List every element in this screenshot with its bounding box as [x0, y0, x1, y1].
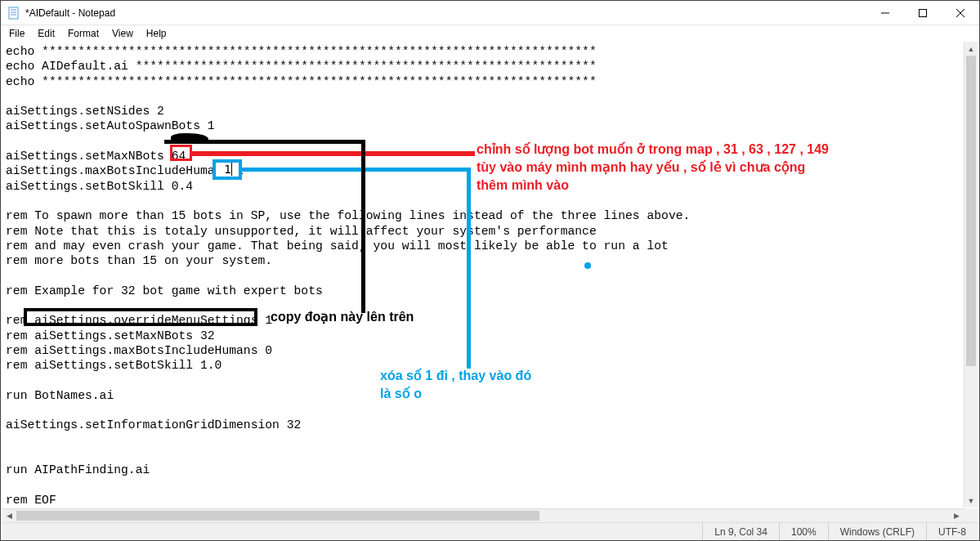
window-controls [866, 1, 979, 25]
horizontal-scrollbar[interactable]: ◀ ▶ [2, 508, 964, 522]
editor-area: echo ***********************************… [2, 42, 978, 522]
menu-edit[interactable]: Edit [31, 26, 61, 41]
scroll-up-icon[interactable]: ▲ [964, 42, 978, 56]
status-position: Ln 9, Col 34 [702, 523, 779, 540]
titlebar: *AIDefault - Notepad [1, 1, 979, 25]
minimize-button[interactable] [866, 1, 904, 25]
svg-rect-5 [920, 9, 927, 16]
scroll-thumb-h[interactable] [16, 511, 539, 521]
scroll-thumb-v[interactable] [966, 56, 976, 366]
annotation-red-text: chỉnh số lượng bot muốn ở trong map , 31… [477, 141, 829, 194]
svg-rect-0 [9, 7, 18, 19]
menu-file[interactable]: File [2, 26, 31, 41]
menu-view[interactable]: View [105, 26, 140, 41]
status-eol: Windows (CRLF) [828, 523, 926, 540]
maximize-button[interactable] [904, 1, 942, 25]
vertical-scrollbar[interactable]: ▲ ▼ [964, 42, 978, 507]
scroll-left-icon[interactable]: ◀ [2, 509, 16, 522]
annotation-blue-dot [584, 262, 591, 269]
scroll-right-icon[interactable]: ▶ [950, 509, 964, 522]
statusbar: Ln 9, Col 34 100% Windows (CRLF) UTF-8 [2, 522, 978, 540]
text-content[interactable]: echo ***********************************… [6, 44, 963, 507]
window-title: *AIDefault - Notepad [25, 7, 115, 19]
scroll-down-icon[interactable]: ▼ [964, 494, 978, 507]
menubar: File Edit Format View Help [1, 25, 979, 42]
close-button[interactable] [942, 1, 979, 25]
scroll-corner [964, 508, 978, 522]
menu-help[interactable]: Help [140, 26, 173, 41]
status-encoding: UTF-8 [926, 523, 978, 540]
notepad-icon [7, 7, 20, 20]
status-zoom: 100% [779, 523, 828, 540]
annotation-blue-text: xóa số 1 đi , thay vào đó là số o [380, 367, 531, 403]
annotation-black-text: copy đoạn này lên trên [271, 308, 414, 326]
menu-format[interactable]: Format [61, 26, 105, 41]
